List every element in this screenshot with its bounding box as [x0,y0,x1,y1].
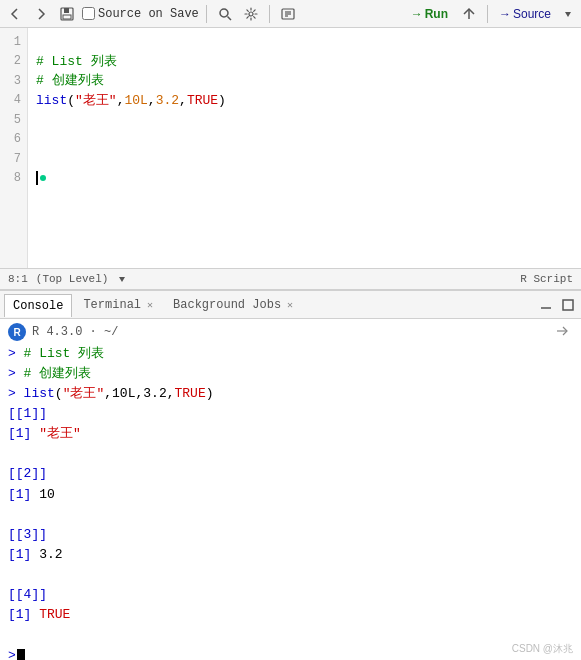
tab-terminal[interactable]: Terminal ✕ [74,293,162,316]
console-blank-4 [8,626,573,646]
back-btn[interactable] [4,5,26,23]
settings-btn[interactable] [240,5,262,23]
save-btn[interactable] [56,5,78,23]
console-blank-2 [8,505,573,525]
minimize-btn[interactable] [537,296,555,314]
source-dropdown-btn[interactable] [559,7,577,21]
svg-marker-12 [119,277,125,282]
code-editor[interactable]: # List 列表 # 创建列表 list("老王",10L,3.2,TRUE) [28,28,581,268]
code-line-8 [36,169,573,189]
console-header: R R 4.3.0 · ~/ [8,323,573,342]
tab-background-jobs[interactable]: Background Jobs ✕ [164,293,302,316]
tab-background-jobs-close[interactable]: ✕ [287,299,293,311]
source-btn[interactable]: → Source [495,5,555,23]
forward-btn[interactable] [30,5,52,23]
run-btn[interactable]: → Run [405,5,454,23]
status-bar: 8:1 (Top Level) R Script [0,268,581,290]
console-line-2: > # 创建列表 [8,364,573,384]
maximize-btn[interactable] [559,296,577,314]
rerun-btn[interactable] [458,5,480,23]
console-tabs-bar: Console Terminal ✕ Background Jobs ✕ [0,291,581,319]
code-line-6 [36,130,573,150]
svg-rect-1 [64,8,69,13]
editor-area: 1 2 3 4 5 6 7 8 # List 列表 # 创建列表 list("老… [0,28,581,268]
cursor-position: 8:1 [8,273,28,285]
r-version: R 4.3.0 · ~/ [32,323,118,342]
svg-marker-11 [565,12,571,17]
r-logo: R [8,323,26,341]
scope-indicator: (Top Level) [36,273,127,285]
source-on-save-label[interactable]: Source on Save [82,7,199,21]
console-prompt-symbol: > [8,646,16,660]
console-line-7: [1] 10 [8,485,573,505]
console-line-9: [1] 3.2 [8,545,573,565]
tab-terminal-close[interactable]: ✕ [147,299,153,311]
watermark: CSDN @沐兆 [512,642,573,656]
search-btn[interactable] [214,5,236,23]
svg-rect-2 [63,15,71,19]
console-clear-btn[interactable] [551,324,573,340]
line-numbers: 1 2 3 4 5 6 7 8 [0,28,28,268]
svg-rect-14 [563,300,573,310]
code-line-5 [36,110,573,130]
tab-console[interactable]: Console [4,294,72,317]
source-on-save-checkbox[interactable] [82,7,95,20]
separator-2 [269,5,270,23]
console-line-1: > # List 列表 [8,344,573,364]
compile-btn[interactable] [277,5,299,23]
toolbar: Source on Save → Ru [0,0,581,28]
console-tabs-right [537,296,577,314]
code-line-4: list("老王",10L,3.2,TRUE) [36,91,573,111]
script-type: R Script [520,273,573,285]
separator-3 [487,5,488,23]
console-line-6: [[2]] [8,464,573,484]
console-line-5: [1] "老王" [8,424,573,444]
console-cursor [17,649,25,660]
console-content[interactable]: R R 4.3.0 · ~/ > # List 列表 > # 创建列表 > li… [0,319,581,660]
code-line-7 [36,149,573,169]
console-line-4: [[1]] [8,404,573,424]
code-line-1 [36,32,573,52]
separator-1 [206,5,207,23]
console-blank-3 [8,565,573,585]
console-line-10: [[4]] [8,585,573,605]
svg-point-5 [249,12,253,16]
console-panel: Console Terminal ✕ Background Jobs ✕ [0,290,581,660]
svg-line-4 [227,16,231,20]
console-line-8: [[3]] [8,525,573,545]
console-line-11: [1] TRUE [8,605,573,625]
console-line-3: > list("老王",10L,3.2,TRUE) [8,384,573,404]
code-line-3: # 创建列表 [36,71,573,91]
console-blank-1 [8,444,573,464]
svg-point-3 [220,9,228,17]
console-prompt-line[interactable]: > [8,646,573,660]
code-line-2: # List 列表 [36,52,573,72]
